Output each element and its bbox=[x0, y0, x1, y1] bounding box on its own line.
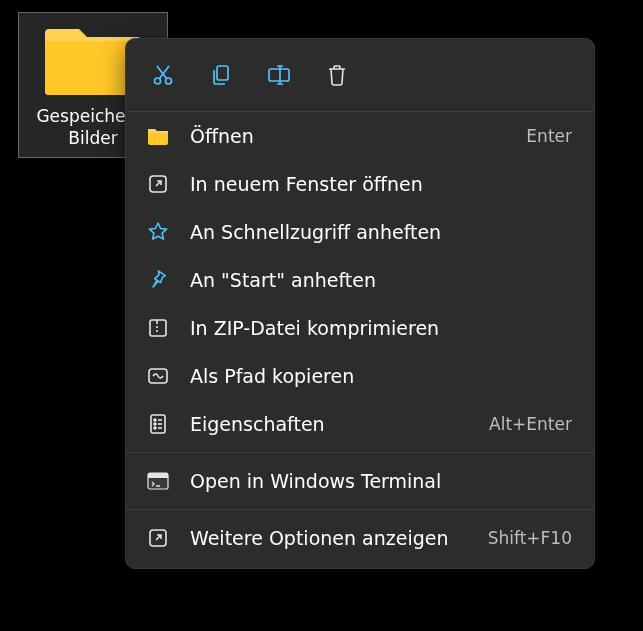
menu-shortcut: Shift+F10 bbox=[488, 528, 572, 548]
svg-point-11 bbox=[154, 419, 156, 421]
menu-compress-zip[interactable]: In ZIP-Datei komprimieren bbox=[126, 304, 594, 352]
svg-rect-8 bbox=[150, 320, 166, 336]
menu-label: An Schnellzugriff anheften bbox=[190, 221, 572, 243]
svg-point-12 bbox=[154, 423, 156, 425]
menu-label: Open in Windows Terminal bbox=[190, 470, 572, 492]
zip-icon bbox=[144, 318, 172, 338]
menu-pin-quick-access[interactable]: An Schnellzugriff anheften bbox=[126, 208, 594, 256]
menu-shortcut: Enter bbox=[526, 126, 572, 146]
menu-pin-start[interactable]: An "Start" anheften bbox=[126, 256, 594, 304]
menu-open-terminal[interactable]: Open in Windows Terminal bbox=[126, 457, 594, 505]
menu-show-more-options[interactable]: Weitere Optionen anzeigen Shift+F10 bbox=[126, 514, 594, 562]
copy-button[interactable] bbox=[192, 49, 250, 101]
pin-icon bbox=[144, 269, 172, 291]
menu-label: Eigenschaften bbox=[190, 413, 489, 435]
terminal-icon bbox=[144, 472, 172, 490]
menu-properties[interactable]: Eigenschaften Alt+Enter bbox=[126, 400, 594, 448]
menu-label: In ZIP-Datei komprimieren bbox=[190, 317, 572, 339]
menu-shortcut: Alt+Enter bbox=[489, 414, 572, 434]
menu-label: Öffnen bbox=[190, 125, 526, 147]
menu-label: An "Start" anheften bbox=[190, 269, 572, 291]
menu-open[interactable]: Öffnen Enter bbox=[126, 112, 594, 160]
context-menu: Öffnen Enter In neuem Fenster öffnen An … bbox=[125, 38, 595, 569]
more-options-icon bbox=[144, 528, 172, 548]
menu-label: Weitere Optionen anzeigen bbox=[190, 527, 488, 549]
star-icon bbox=[144, 221, 172, 243]
copy-path-icon bbox=[144, 367, 172, 385]
menu-copy-path[interactable]: Als Pfad kopieren bbox=[126, 352, 594, 400]
menu-label: In neuem Fenster öffnen bbox=[190, 173, 572, 195]
folder-open-icon bbox=[144, 127, 172, 145]
external-window-icon bbox=[144, 174, 172, 194]
delete-button[interactable] bbox=[308, 49, 366, 101]
menu-label: Als Pfad kopieren bbox=[190, 365, 572, 387]
properties-icon bbox=[144, 413, 172, 435]
svg-rect-18 bbox=[148, 473, 168, 478]
menu-open-new-window[interactable]: In neuem Fenster öffnen bbox=[126, 160, 594, 208]
cut-button[interactable] bbox=[134, 49, 192, 101]
svg-rect-5 bbox=[269, 69, 289, 81]
svg-point-13 bbox=[154, 427, 156, 429]
rename-button[interactable] bbox=[250, 49, 308, 101]
separator bbox=[126, 509, 594, 510]
svg-rect-4 bbox=[217, 66, 228, 80]
svg-point-1 bbox=[166, 78, 172, 84]
action-bar bbox=[126, 39, 594, 112]
separator bbox=[126, 452, 594, 453]
svg-point-0 bbox=[155, 78, 161, 84]
